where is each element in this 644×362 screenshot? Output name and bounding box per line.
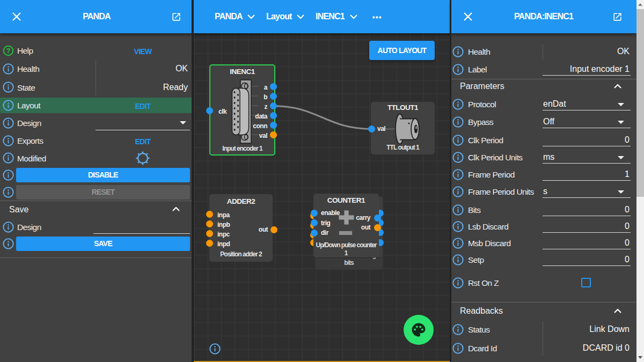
svg-text:?: ? xyxy=(6,47,10,55)
